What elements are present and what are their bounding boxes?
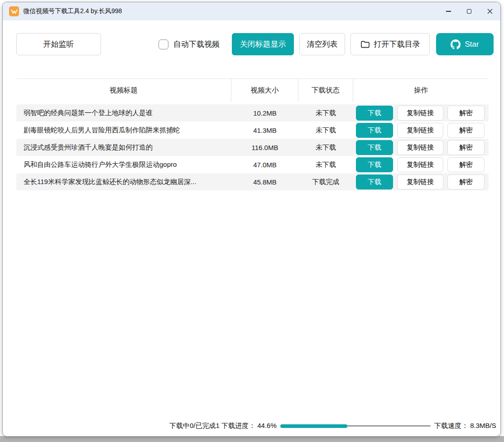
titlebar: 微信视频号下载工具2.4 by.长风998 xyxy=(3,2,500,20)
video-title: 风和自由公路车运动骑行户外大学生极限运动gopro xyxy=(16,160,231,169)
table-row: 风和自由公路车运动骑行户外大学生极限运动gopro 47.0MB 未下载 下载 … xyxy=(16,156,489,173)
video-size: 47.0MB xyxy=(231,161,298,169)
minimize-button[interactable] xyxy=(438,2,459,20)
download-button[interactable]: 下载 xyxy=(356,157,393,172)
video-size: 45.8MB xyxy=(231,178,298,186)
window-content: 开始监听 自动下载视频 关闭标题显示 清空列表 打开下载目录 Star 视频标题… xyxy=(3,20,500,436)
decrypt-button[interactable]: 解密 xyxy=(447,175,485,189)
maximize-button[interactable] xyxy=(459,2,480,20)
app-logo-icon xyxy=(9,6,19,16)
download-counts: 下载中0/已完成1 xyxy=(169,422,220,429)
maximize-icon xyxy=(467,9,471,14)
download-progress-text: 下载中0/已完成1 下载进度： 44.6% xyxy=(169,422,277,430)
download-status: 下载完成 xyxy=(298,178,353,186)
decrypt-button[interactable]: 解密 xyxy=(447,106,485,121)
download-button[interactable]: 下载 xyxy=(356,175,393,189)
decrypt-button[interactable]: 解密 xyxy=(447,123,485,138)
speed-value: 8.3MB/S xyxy=(470,422,496,429)
download-button[interactable]: 下载 xyxy=(356,140,393,155)
auto-download-label: 自动下载视频 xyxy=(173,39,220,49)
window-title: 微信视频号下载工具2.4 by.长风998 xyxy=(23,7,122,15)
github-star-button[interactable]: Star xyxy=(436,33,494,55)
github-icon xyxy=(451,39,461,49)
download-button[interactable]: 下载 xyxy=(356,123,393,138)
close-button[interactable] xyxy=(480,2,500,20)
video-size: 116.0MB xyxy=(231,144,298,151)
copy-link-button[interactable]: 复制链接 xyxy=(397,140,443,155)
progress-label: 下载进度： xyxy=(221,422,255,429)
progress-bar-fill xyxy=(280,424,347,428)
download-status: 未下载 xyxy=(298,109,353,117)
header-download-status: 下载状态 xyxy=(298,79,353,102)
video-title: 剧毒眼镜蛇咬人后男人冒险用西瓜制作陷阱来抓捕蛇 xyxy=(16,126,231,135)
table-row: 弱智吧的经典问题第一个登上地球的人是谁 10.2MB 未下载 下载 复制链接 解… xyxy=(16,104,489,121)
video-title: 沉浸式感受贵州珍酒千人晚宴是如何打造的 xyxy=(16,143,231,152)
speed-label: 下载速度： xyxy=(434,422,468,429)
copy-link-button[interactable]: 复制链接 xyxy=(397,157,443,172)
minimize-icon xyxy=(446,11,451,11)
download-speed-text: 下载速度： 8.3MB/S xyxy=(434,422,496,430)
progress-bar xyxy=(280,425,431,427)
video-title: 全长119米科学家发现比蓝鲸还长的动物形态似龙幽居深... xyxy=(16,178,231,186)
download-button[interactable]: 下载 xyxy=(356,106,393,121)
copy-link-button[interactable]: 复制链接 xyxy=(397,175,443,189)
clear-list-button[interactable]: 清空列表 xyxy=(299,33,345,55)
github-star-label: Star xyxy=(465,40,479,49)
download-status: 未下载 xyxy=(298,143,353,152)
video-size: 41.3MB xyxy=(231,126,298,134)
table-header: 视频标题 视频大小 下载状态 操作 xyxy=(16,78,489,102)
start-listen-button[interactable]: 开始监听 xyxy=(16,33,101,55)
video-title: 弱智吧的经典问题第一个登上地球的人是谁 xyxy=(16,109,231,117)
desktop-strip xyxy=(0,436,504,442)
progress-value: 44.6% xyxy=(257,422,277,429)
header-video-title: 视频标题 xyxy=(16,79,231,102)
copy-link-button[interactable]: 复制链接 xyxy=(397,106,443,121)
auto-download-group: 自动下载视频 xyxy=(158,33,220,55)
app-window: 微信视频号下载工具2.4 by.长风998 开始监听 自动下载视频 关闭标题显示… xyxy=(2,2,501,437)
download-status: 未下载 xyxy=(298,126,353,135)
header-video-size: 视频大小 xyxy=(231,79,298,102)
close-icon xyxy=(487,9,493,14)
copy-link-button[interactable]: 复制链接 xyxy=(397,123,443,138)
decrypt-button[interactable]: 解密 xyxy=(447,157,485,172)
open-download-dir-label: 打开下载目录 xyxy=(374,39,420,49)
open-download-dir-button[interactable]: 打开下载目录 xyxy=(350,33,430,55)
auto-download-checkbox[interactable] xyxy=(158,39,168,49)
table-row: 剧毒眼镜蛇咬人后男人冒险用西瓜制作陷阱来抓捕蛇 41.3MB 未下载 下载 复制… xyxy=(16,121,489,139)
table-row: 沉浸式感受贵州珍酒千人晚宴是如何打造的 116.0MB 未下载 下载 复制链接 … xyxy=(16,139,489,156)
video-size: 10.2MB xyxy=(231,109,298,117)
download-status: 未下载 xyxy=(298,160,353,169)
close-title-display-button[interactable]: 关闭标题显示 xyxy=(232,33,294,55)
header-actions: 操作 xyxy=(353,79,489,102)
decrypt-button[interactable]: 解密 xyxy=(447,140,485,155)
table-row: 全长119米科学家发现比蓝鲸还长的动物形态似龙幽居深... 45.8MB 下载完… xyxy=(16,173,489,190)
folder-icon xyxy=(360,40,370,49)
window-controls xyxy=(438,2,500,20)
status-bar: 下载中0/已完成1 下载进度： 44.6% 下载速度： 8.3MB/S xyxy=(3,419,500,432)
